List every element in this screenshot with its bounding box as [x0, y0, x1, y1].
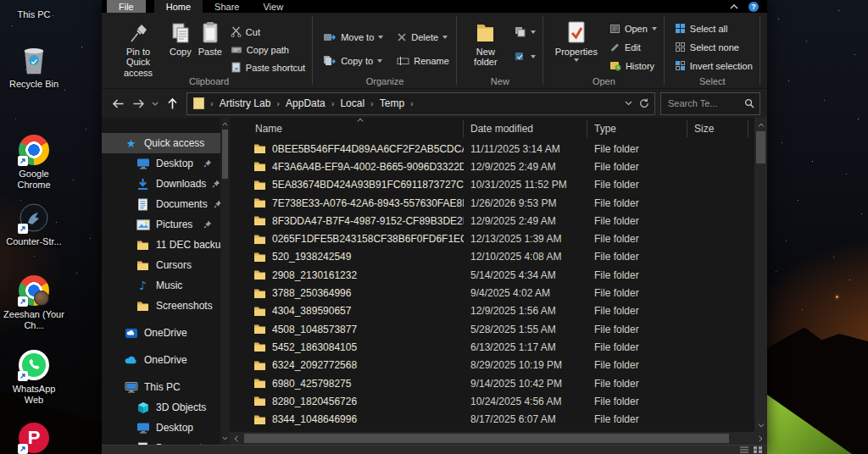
- sidebar-item-onedrive-2[interactable]: OneDrive: [102, 350, 220, 370]
- scroll-up-icon[interactable]: [754, 119, 767, 130]
- scroll-right-icon[interactable]: [754, 432, 767, 445]
- desktop-icon-google-chrome[interactable]: Google Chrome: [2, 134, 66, 191]
- sidebar-item-documents-2[interactable]: Documents: [102, 438, 220, 445]
- up-icon[interactable]: [163, 94, 181, 113]
- select-all-button[interactable]: Select all: [672, 20, 755, 36]
- table-row[interactable]: 6324_20927725688/29/2025 10:19 PMFile fo…: [230, 357, 754, 374]
- tab-view[interactable]: View: [251, 0, 295, 13]
- sidebar-item-desktop-2[interactable]: Desktop: [102, 418, 220, 438]
- properties-button[interactable]: Properties: [548, 17, 604, 64]
- sidebar-item-11-dec-backup[interactable]: 11 DEC backup: [102, 235, 220, 255]
- paste-button[interactable]: Paste: [195, 17, 225, 58]
- table-row[interactable]: 4508_10485738775/28/2025 1:55 AMFile fol…: [230, 320, 754, 338]
- new-item-icon: [515, 26, 526, 37]
- desktop-icon-pinterest-icon[interactable]: P: [2, 422, 66, 454]
- folder-icon: [253, 197, 266, 208]
- table-row[interactable]: 2908_21301612325/14/2025 4:34 AMFile fol…: [230, 266, 754, 284]
- sidebar-item-desktop[interactable]: Desktop: [102, 153, 220, 174]
- horizontal-scrollbar-thumb[interactable]: [244, 434, 729, 443]
- table-row[interactable]: 8344_10486469968/17/2025 6:07 AMFile fol…: [230, 410, 754, 428]
- address-dropdown-chevron-icon[interactable]: [625, 101, 632, 106]
- whatsapp-icon: [18, 349, 50, 381]
- table-row[interactable]: 0265F1DFE5B243158CF38B6F0FD6F1EC12/13/20…: [230, 230, 754, 247]
- table-row[interactable]: 4304_38959065712/9/2025 1:56 AMFile fold…: [230, 302, 754, 320]
- copy-button[interactable]: Copy: [166, 17, 195, 58]
- scroll-left-icon[interactable]: [230, 432, 242, 445]
- tab-file[interactable]: File: [107, 0, 146, 13]
- column-header-date-modified[interactable]: Date modified: [464, 120, 587, 137]
- move-to-button[interactable]: Move to: [320, 29, 386, 45]
- table-row[interactable]: 5EA83674BD424A93B91FC6911873727C10/31/20…: [230, 176, 754, 194]
- new-folder-button[interactable]: New folder: [462, 17, 509, 69]
- search-input[interactable]: [666, 97, 741, 109]
- horizontal-scrollbar[interactable]: [230, 432, 767, 445]
- forward-icon[interactable]: [129, 94, 147, 113]
- breadcrumb-segment[interactable]: Temp: [380, 97, 404, 109]
- address-bar[interactable]: ›Artistry Lab›AppData›Local›Temp›: [186, 92, 655, 115]
- breadcrumb-segment[interactable]: Artistry Lab: [220, 97, 271, 109]
- desktop-icon-recycle-bin[interactable]: Recycle Bin: [2, 44, 66, 90]
- table-row[interactable]: 520_193824254912/10/2025 4:08 AMFile fol…: [230, 248, 754, 266]
- new-item-button[interactable]: [512, 24, 538, 40]
- sidebar-scrollbar-thumb[interactable]: [222, 130, 228, 179]
- breadcrumb-segment[interactable]: Local: [340, 97, 364, 109]
- column-header-name[interactable]: Name: [230, 120, 464, 137]
- invert-selection-button[interactable]: Invert selection: [672, 58, 755, 74]
- sidebar-item-this-pc[interactable]: This PC: [102, 377, 220, 397]
- sidebar-item-3d-objects[interactable]: 3D Objects: [102, 397, 220, 418]
- button-label: Copy: [170, 47, 192, 57]
- help-icon[interactable]: ?: [748, 2, 759, 12]
- back-icon[interactable]: [108, 94, 127, 113]
- sidebar-item-pictures[interactable]: Pictures: [102, 214, 220, 235]
- sidebar-scrollbar[interactable]: [220, 118, 230, 445]
- paste-shortcut-button[interactable]: Paste shortcut: [228, 59, 308, 75]
- scroll-down-icon[interactable]: [754, 419, 767, 431]
- table-row[interactable]: 7E738E33-A076-42A6-8943-557630FAE8E51/26…: [230, 194, 754, 212]
- delete-button[interactable]: Delete: [394, 29, 452, 45]
- tab-home[interactable]: Home: [154, 0, 203, 13]
- copy-to-button[interactable]: Copy to: [320, 53, 386, 69]
- sidebar-item-onedrive[interactable]: OneDrive: [102, 323, 220, 343]
- history-button[interactable]: History: [607, 58, 659, 74]
- sidebar-item-screenshots[interactable]: Screenshots: [102, 296, 220, 316]
- sidebar-item-quick-access[interactable]: ★Quick access: [102, 133, 220, 153]
- cut-button[interactable]: Cut: [228, 24, 308, 40]
- scroll-up-icon[interactable]: [220, 119, 230, 129]
- scroll-down-icon[interactable]: [220, 434, 230, 443]
- refresh-icon[interactable]: [639, 98, 649, 108]
- collapse-ribbon-icon[interactable]: [730, 4, 738, 9]
- sidebar-item-cursors[interactable]: Cursors: [102, 255, 220, 275]
- column-header-type[interactable]: Type: [587, 120, 687, 137]
- sidebar-item-documents[interactable]: Documents: [102, 194, 220, 214]
- tab-share[interactable]: Share: [203, 0, 251, 13]
- copy-path-button[interactable]: Copy path: [228, 42, 308, 58]
- open-button[interactable]: Open: [607, 20, 659, 36]
- table-row[interactable]: 4F3A6A4B-EF9A-4002-B665-9096D3322D6412/9…: [230, 158, 754, 175]
- thumbnails-view-icon[interactable]: [754, 446, 762, 453]
- vertical-scrollbar-thumb[interactable]: [756, 131, 765, 163]
- table-row[interactable]: 5452_18630841056/13/2025 1:17 AMFile fol…: [230, 338, 754, 356]
- sidebar-item-downloads[interactable]: Downloads: [102, 174, 220, 194]
- vertical-scrollbar[interactable]: [754, 118, 767, 432]
- recent-locations-chevron-icon[interactable]: [149, 94, 161, 113]
- easy-access-button[interactable]: [512, 48, 538, 64]
- table-row[interactable]: 0BEE5B546FF44D89AA6CF2F2AB5CDCAC11/11/20…: [230, 140, 754, 158]
- search-icon[interactable]: [744, 98, 754, 108]
- pin-to-quick-access-button[interactable]: Pin to Quick access: [110, 17, 166, 80]
- breadcrumb-segment[interactable]: AppData: [286, 97, 326, 109]
- table-row[interactable]: 3788_2503649969/4/2025 4:02 AMFile folde…: [230, 284, 754, 302]
- sidebar-item-music[interactable]: ♪Music: [102, 275, 220, 296]
- edit-button[interactable]: Edit: [607, 39, 659, 55]
- desktop-icon-zeeshan-your-ch[interactable]: Zeeshan (Your Ch...: [2, 274, 66, 331]
- table-row[interactable]: 8280_182045672610/24/2025 4:56 AMFile fo…: [230, 392, 754, 410]
- desktop-icon-counter-str[interactable]: Counter-Str...: [2, 202, 66, 247]
- rename-button[interactable]: Rename: [394, 53, 452, 69]
- column-header-size[interactable]: Size: [687, 120, 748, 137]
- breadcrumb-separator-icon: ›: [210, 98, 214, 108]
- details-view-icon[interactable]: [740, 446, 748, 453]
- select-none-button[interactable]: Select none: [672, 39, 755, 55]
- table-row[interactable]: 8F3DDA47-B7F4-4987-9152-CF89B3DE2F2F12/9…: [230, 212, 754, 230]
- table-row[interactable]: 6980_4257982759/14/2025 10:42 PMFile fol…: [230, 374, 754, 392]
- desktop-icon-whatsapp-web[interactable]: WhatsApp Web: [2, 349, 66, 406]
- desktop-icon-this-pc[interactable]: This PC: [2, 0, 66, 20]
